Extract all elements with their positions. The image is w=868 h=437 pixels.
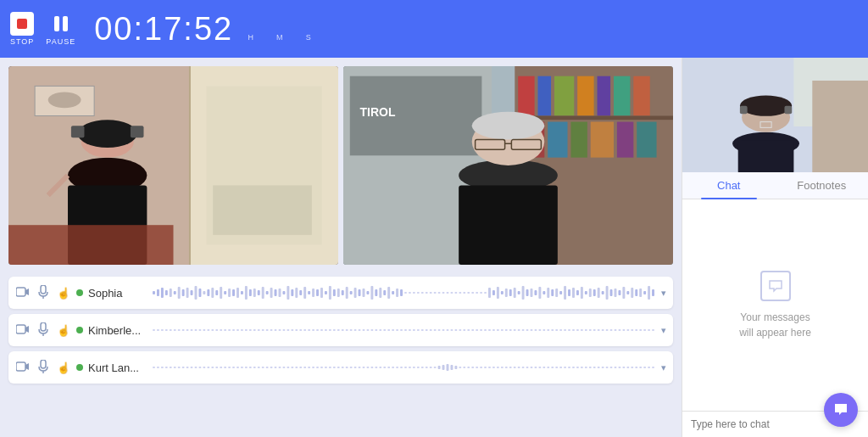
svg-rect-98 [366, 291, 369, 294]
svg-rect-405 [615, 367, 617, 368]
svg-rect-240 [442, 329, 445, 331]
timer-minutes: 17 [144, 11, 183, 48]
main-content: TIROL [0, 58, 868, 437]
svg-rect-201 [279, 329, 281, 331]
svg-rect-327 [287, 367, 289, 368]
svg-rect-74 [266, 291, 269, 294]
svg-rect-110 [417, 292, 420, 294]
svg-rect-100 [375, 289, 377, 296]
tab-chat[interactable]: Chat [682, 172, 776, 199]
track-row: ☝ Kurt Lan... [8, 351, 673, 384]
svg-rect-194 [249, 329, 252, 331]
svg-rect-392 [559, 367, 562, 368]
svg-rect-202 [282, 329, 285, 331]
svg-rect-295 [153, 367, 155, 368]
svg-rect-316 [241, 367, 243, 368]
svg-rect-106 [400, 289, 403, 296]
svg-point-421 [740, 96, 792, 116]
svg-rect-68 [241, 291, 243, 294]
svg-rect-172 [157, 329, 159, 331]
svg-rect-363 [438, 366, 441, 369]
track-row: ☝ Sophia [8, 277, 673, 309]
svg-rect-83 [303, 287, 306, 299]
svg-rect-232 [409, 329, 411, 331]
svg-rect-207 [303, 329, 306, 331]
tab-footnotes[interactable]: Footnotes [776, 172, 869, 199]
svg-rect-108 [409, 292, 411, 294]
svg-rect-377 [497, 367, 499, 368]
svg-rect-58 [198, 289, 201, 297]
svg-rect-402 [602, 367, 604, 368]
svg-rect-308 [207, 367, 209, 368]
svg-rect-242 [450, 329, 453, 331]
svg-rect-247 [471, 329, 474, 331]
svg-rect-136 [526, 289, 529, 296]
svg-rect-302 [182, 367, 185, 368]
stop-button[interactable]: STOP [10, 12, 34, 46]
svg-rect-150 [585, 291, 587, 294]
floating-chat-button[interactable] [824, 393, 858, 427]
svg-rect-285 [631, 329, 633, 331]
svg-rect-217 [346, 329, 348, 331]
svg-rect-4 [213, 185, 312, 235]
svg-rect-56 [191, 290, 193, 295]
svg-rect-273 [581, 329, 583, 331]
svg-rect-418 [812, 81, 868, 172]
svg-rect-382 [518, 367, 520, 368]
stop-label: STOP [10, 37, 34, 46]
svg-rect-176 [174, 329, 176, 331]
svg-rect-161 [631, 288, 633, 298]
svg-rect-205 [295, 329, 298, 331]
svg-rect-231 [404, 329, 407, 331]
waveform-kimberle [153, 321, 656, 339]
svg-rect-238 [434, 329, 437, 331]
svg-rect-60 [207, 289, 209, 296]
video-track-icon [15, 361, 31, 374]
svg-rect-266 [551, 329, 554, 331]
track-expand-icon[interactable]: ▾ [661, 288, 666, 299]
track-dot [76, 289, 83, 296]
svg-rect-119 [454, 292, 457, 294]
timer-h-label: H [236, 33, 265, 42]
right-panel: Chat Footnotes Your messages will appear… [682, 58, 868, 437]
svg-rect-111 [421, 292, 424, 294]
svg-rect-197 [262, 329, 264, 331]
svg-rect-144 [559, 291, 562, 294]
svg-rect-342 [350, 367, 353, 368]
track-expand-icon[interactable]: ▾ [661, 325, 666, 336]
svg-rect-125 [480, 292, 482, 294]
svg-rect-398 [585, 367, 587, 368]
svg-rect-396 [576, 367, 579, 368]
svg-rect-282 [618, 329, 620, 331]
svg-rect-187 [220, 329, 222, 331]
svg-rect-259 [522, 329, 525, 331]
svg-rect-368 [459, 367, 461, 368]
svg-rect-404 [610, 367, 613, 368]
svg-rect-102 [383, 290, 386, 295]
svg-rect-317 [245, 367, 248, 368]
svg-rect-366 [450, 365, 453, 370]
pause-button[interactable]: PAUSE [46, 12, 75, 46]
svg-rect-132 [509, 289, 512, 296]
track-expand-icon[interactable]: ▾ [661, 362, 666, 373]
svg-rect-275 [589, 329, 592, 331]
svg-rect-348 [375, 367, 377, 368]
svg-rect-159 [622, 287, 625, 299]
svg-rect-158 [618, 290, 620, 295]
svg-rect-11 [131, 126, 144, 137]
svg-rect-241 [447, 329, 449, 331]
svg-rect-250 [484, 329, 487, 331]
svg-rect-352 [392, 367, 394, 368]
top-bar: STOP PAUSE 00 : 17 : 52 H M S [0, 0, 868, 58]
svg-rect-209 [312, 329, 314, 331]
svg-rect-57 [195, 286, 198, 300]
svg-rect-31 [548, 122, 567, 158]
pause-label: PAUSE [46, 37, 75, 46]
svg-rect-179 [186, 329, 189, 331]
timer-s-label: S [294, 33, 323, 42]
svg-rect-383 [522, 367, 525, 368]
kurt-video-svg: TIROL [343, 66, 673, 265]
svg-rect-400 [593, 367, 596, 368]
svg-rect-130 [501, 291, 504, 294]
svg-rect-251 [488, 329, 491, 331]
